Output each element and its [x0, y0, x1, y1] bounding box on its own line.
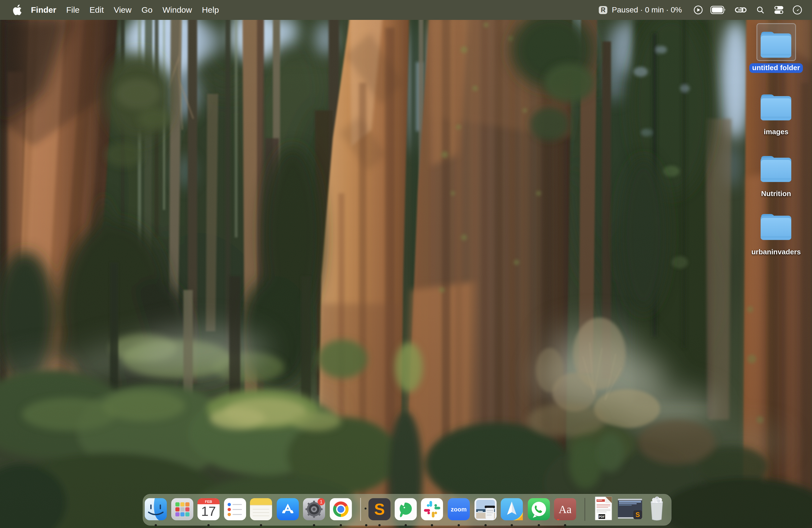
svg-text:1: 1 [320, 499, 322, 504]
svg-text:Aa: Aa [559, 503, 572, 516]
svg-text:17: 17 [201, 504, 216, 518]
svg-text:PDF: PDF [599, 515, 605, 518]
svg-text:FEB: FEB [205, 500, 212, 504]
svg-text:zoom: zoom [451, 506, 466, 513]
svg-text:S: S [636, 511, 640, 518]
svg-text:S: S [374, 500, 385, 518]
